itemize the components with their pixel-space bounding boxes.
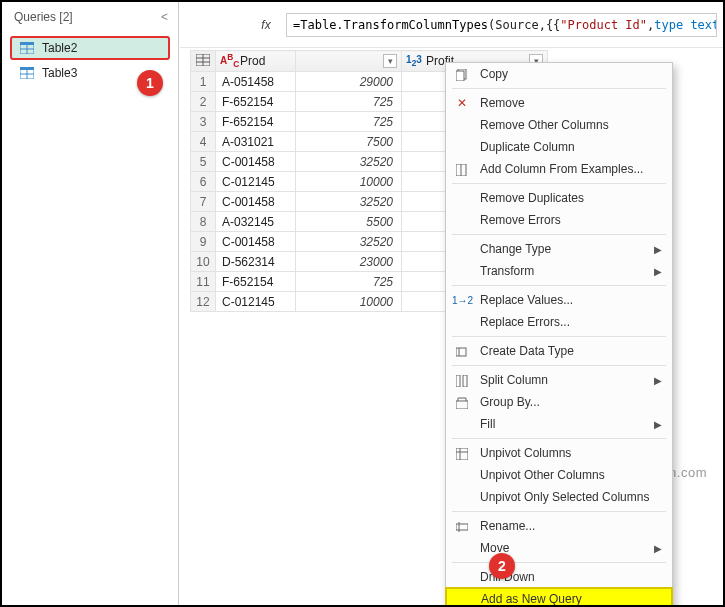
svg-rect-24: [456, 524, 468, 530]
menu-duplicate[interactable]: Duplicate Column: [446, 136, 672, 158]
table-icon: [20, 67, 34, 79]
submenu-arrow-icon: ▶: [654, 266, 662, 277]
queries-title: Queries [2]: [14, 10, 73, 24]
cell-product-id[interactable]: C-001458: [216, 232, 296, 252]
split-icon: [452, 373, 472, 387]
row-number: 8: [191, 212, 216, 232]
menu-group-by[interactable]: Group By...: [446, 391, 672, 413]
datatype-icon: [452, 344, 472, 358]
cell-product-id[interactable]: C-012145: [216, 292, 296, 312]
row-number: 10: [191, 252, 216, 272]
grid-corner[interactable]: [191, 51, 216, 72]
row-number: 6: [191, 172, 216, 192]
unpivot-icon: [452, 446, 472, 460]
formula-bar: fx = Table.TransformColumnTypes(Source,{…: [180, 2, 723, 48]
cell-product-id[interactable]: F-652154: [216, 112, 296, 132]
cell-sales[interactable]: 29000: [296, 72, 402, 92]
filter-dropdown-icon[interactable]: ▾: [383, 54, 397, 68]
column-context-menu: Copy ✕Remove Remove Other Columns Duplic…: [445, 62, 673, 607]
menu-replace-errors[interactable]: Replace Errors...: [446, 311, 672, 333]
menu-remove[interactable]: ✕Remove: [446, 92, 672, 114]
cell-sales[interactable]: 5500: [296, 212, 402, 232]
formula-input[interactable]: = Table.TransformColumnTypes(Source,{{"P…: [286, 13, 717, 37]
menu-transform[interactable]: Transform▶: [446, 260, 672, 282]
queries-header[interactable]: Queries [2] <: [2, 2, 178, 34]
menu-separator: [452, 562, 666, 563]
collapse-chevron-icon[interactable]: <: [161, 10, 168, 24]
replace-icon: 1→2: [452, 295, 472, 306]
menu-separator: [452, 365, 666, 366]
cell-product-id[interactable]: C-001458: [216, 152, 296, 172]
menu-create-datatype[interactable]: Create Data Type: [446, 340, 672, 362]
menu-separator: [452, 511, 666, 512]
fx-label: fx: [261, 18, 270, 32]
cell-sales[interactable]: 7500: [296, 132, 402, 152]
remove-icon: ✕: [452, 96, 472, 110]
row-number: 9: [191, 232, 216, 252]
submenu-arrow-icon: ▶: [654, 244, 662, 255]
cell-sales[interactable]: 725: [296, 272, 402, 292]
svg-rect-5: [20, 67, 34, 70]
menu-replace-values[interactable]: 1→2Replace Values...: [446, 289, 672, 311]
cell-sales[interactable]: 32520: [296, 152, 402, 172]
svg-rect-13: [456, 71, 464, 81]
menu-change-type[interactable]: Change Type▶: [446, 238, 672, 260]
rename-icon: [452, 519, 472, 533]
formula-mid: ,: [647, 18, 654, 32]
cell-sales[interactable]: 10000: [296, 172, 402, 192]
queries-pane: Queries [2] < Table2 Table3 1: [2, 2, 179, 605]
column-header-product-id[interactable]: ABCProd: [216, 51, 296, 72]
fx-button[interactable]: fx: [246, 13, 286, 37]
menu-copy[interactable]: Copy: [446, 63, 672, 85]
cell-sales[interactable]: 23000: [296, 252, 402, 272]
formula-fn: Table.TransformColumnTypes: [300, 18, 488, 32]
cell-sales[interactable]: 725: [296, 92, 402, 112]
query-item-table2[interactable]: Table2: [10, 36, 170, 60]
cell-sales[interactable]: 32520: [296, 192, 402, 212]
cell-product-id[interactable]: C-001458: [216, 192, 296, 212]
menu-rename[interactable]: Rename...: [446, 515, 672, 537]
menu-drill-down[interactable]: Drill Down: [446, 566, 672, 588]
submenu-arrow-icon: ▶: [654, 543, 662, 554]
svg-rect-20: [456, 401, 468, 409]
cell-sales[interactable]: 32520: [296, 232, 402, 252]
menu-remove-other[interactable]: Remove Other Columns: [446, 114, 672, 136]
formula-eq: =: [293, 18, 300, 32]
menu-add-as-new-query[interactable]: Add as New Query: [445, 587, 673, 607]
menu-move[interactable]: Move▶: [446, 537, 672, 559]
menu-separator: [452, 336, 666, 337]
menu-remove-dup[interactable]: Remove Duplicates: [446, 187, 672, 209]
cell-product-id[interactable]: D-562314: [216, 252, 296, 272]
column-header-sales[interactable]: ▾: [296, 51, 402, 72]
cell-product-id[interactable]: A-051458: [216, 72, 296, 92]
cell-product-id[interactable]: F-652154: [216, 92, 296, 112]
menu-unpivot-other[interactable]: Unpivot Other Columns: [446, 464, 672, 486]
cell-sales[interactable]: 725: [296, 112, 402, 132]
cell-product-id[interactable]: A-031021: [216, 132, 296, 152]
cell-sales[interactable]: 10000: [296, 292, 402, 312]
table-icon: [196, 54, 210, 66]
svg-rect-21: [456, 448, 468, 460]
menu-split-column[interactable]: Split Column▶: [446, 369, 672, 391]
menu-unpivot-selected[interactable]: Unpivot Only Selected Columns: [446, 486, 672, 508]
menu-separator: [452, 438, 666, 439]
formula-kw: type text: [654, 18, 717, 32]
menu-separator: [452, 88, 666, 89]
cell-product-id[interactable]: C-012145: [216, 172, 296, 192]
menu-fill[interactable]: Fill▶: [446, 413, 672, 435]
cell-product-id[interactable]: A-032145: [216, 212, 296, 232]
add-col-icon: [452, 162, 472, 176]
table-icon: [20, 42, 34, 54]
formula-open: (Source,{{: [488, 18, 560, 32]
query-label: Table3: [42, 66, 77, 80]
row-number: 7: [191, 192, 216, 212]
cell-product-id[interactable]: F-652154: [216, 272, 296, 292]
row-number: 12: [191, 292, 216, 312]
submenu-arrow-icon: ▶: [654, 419, 662, 430]
menu-remove-err[interactable]: Remove Errors: [446, 209, 672, 231]
menu-add-from-examples[interactable]: Add Column From Examples...: [446, 158, 672, 180]
number-type-icon: 123: [406, 54, 422, 68]
menu-unpivot[interactable]: Unpivot Columns: [446, 442, 672, 464]
svg-rect-18: [456, 375, 460, 387]
svg-rect-1: [20, 42, 34, 45]
